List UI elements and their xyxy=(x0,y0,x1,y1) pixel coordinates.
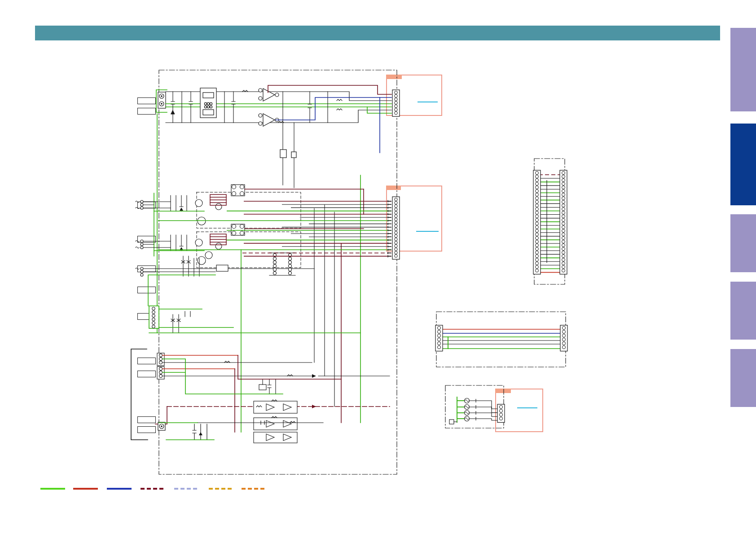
channel-circuit xyxy=(136,185,364,228)
cn-mid xyxy=(392,197,400,259)
cn-ribbon-right xyxy=(560,325,567,351)
top-circuit xyxy=(156,85,391,188)
cn-pair-left xyxy=(533,170,541,274)
cn-module xyxy=(497,404,505,422)
cn-pair-right xyxy=(560,170,567,274)
service-manual-schematic-page xyxy=(0,0,756,535)
cn-top xyxy=(392,90,400,116)
green-connector-block xyxy=(149,306,360,333)
schematic-canvas xyxy=(0,0,756,535)
indicator-module xyxy=(449,397,457,424)
mid-lower-circuit xyxy=(136,252,314,276)
cn-ribbon-left xyxy=(435,325,443,351)
lower-circuit xyxy=(131,349,390,443)
